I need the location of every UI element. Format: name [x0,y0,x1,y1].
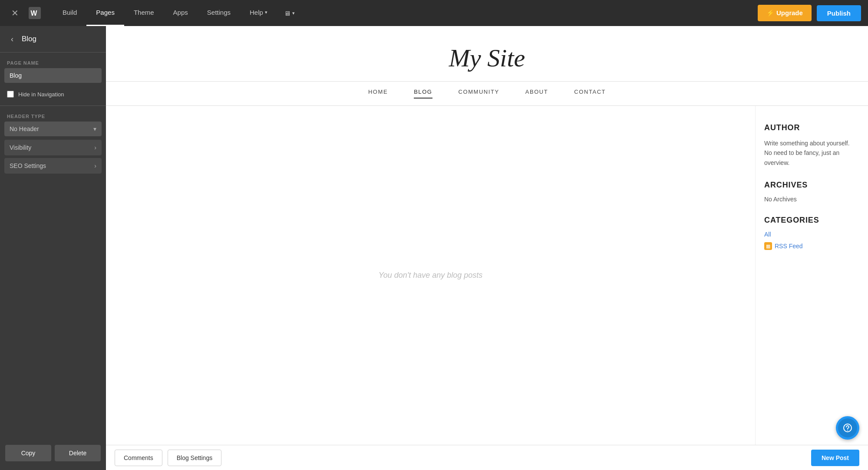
top-navigation: ✕ W Build Pages Theme Apps Settings Help… [0,0,868,26]
seo-settings-label: SEO Settings [10,162,46,169]
svg-point-3 [847,430,848,431]
close-icon[interactable]: ✕ [7,5,23,21]
seo-settings-row[interactable]: SEO Settings › [4,158,102,174]
sidebar-title: Blog [22,35,36,43]
back-button[interactable]: ‹ [7,34,17,44]
sidebar: ‹ Blog PAGE NAME Hide in Navigation HEAD… [0,26,106,470]
hide-in-nav-checkbox[interactable] [7,91,14,98]
dropdown-chevron-icon: ▾ [93,125,96,132]
weebly-logo: W [27,5,43,21]
sidebar-header: ‹ Blog [0,26,106,50]
blog-empty-message: You don't have any blog posts [379,271,483,280]
blog-main: You don't have any blog posts [106,106,755,445]
nav-settings[interactable]: Settings [198,0,240,26]
publish-button[interactable]: Publish [817,5,861,21]
blog-settings-button[interactable]: Blog Settings [168,450,222,466]
device-selector[interactable]: 🖥 ▾ [277,0,302,26]
author-text: Write something about yourself. No need … [764,138,851,168]
upgrade-button[interactable]: ⚡ Upgrade [758,5,812,21]
sidebar-actions: Copy Delete [0,436,106,470]
archives-empty: No Archives [764,196,851,203]
divider-1 [0,105,106,106]
nav-links: Build Pages Theme Apps Settings Help ▾ 🖥… [53,0,758,26]
desktop-icon: 🖥 [284,10,290,17]
archives-section-title: ARCHIVES [764,181,851,190]
divider-top [0,52,106,53]
svg-point-2 [844,424,851,432]
rss-feed-label: RSS Feed [775,243,803,250]
header-type-label: HEADER TYPE [0,108,106,122]
author-section-title: AUTHOR [764,123,851,132]
site-nav-community[interactable]: COMMUNITY [459,89,499,99]
visibility-label: Visibility [10,144,31,151]
nav-theme[interactable]: Theme [124,0,164,26]
site-header: My Site [106,26,868,82]
categories-section-title: CATEGORIES [764,216,851,225]
copy-button[interactable]: Copy [5,445,51,461]
nav-pages[interactable]: Pages [86,0,124,26]
svg-text:W: W [30,10,37,17]
website-preview: My Site HOME BLOG COMMUNITY ABOUT CONTAC… [106,26,868,445]
seo-settings-chevron-icon: › [94,162,96,169]
bottom-bar: Comments Blog Settings New Post [106,445,868,470]
top-nav-right: ⚡ Upgrade Publish [758,5,861,21]
site-nav-home[interactable]: HOME [368,89,388,99]
categories-all-link[interactable]: All [764,231,851,238]
site-title: My Site [115,43,859,72]
site-nav-about[interactable]: ABOUT [525,89,548,99]
delete-button[interactable]: Delete [55,445,101,461]
site-nav: HOME BLOG COMMUNITY ABOUT CONTACT [106,82,868,106]
comments-button[interactable]: Comments [115,450,162,466]
visibility-chevron-icon: › [94,144,96,151]
hide-in-nav-row: Hide in Navigation [0,89,106,104]
visibility-row[interactable]: Visibility › [4,140,102,155]
nav-build[interactable]: Build [53,0,86,26]
site-nav-blog[interactable]: BLOG [414,89,432,99]
rss-icon: ▩ [764,242,772,250]
header-type-dropdown[interactable]: No Header ▾ [4,122,102,136]
page-name-input[interactable] [4,68,102,83]
main-layout: ‹ Blog PAGE NAME Hide in Navigation HEAD… [0,26,868,470]
page-name-label: PAGE NAME [0,54,106,68]
content-area: My Site HOME BLOG COMMUNITY ABOUT CONTAC… [106,26,868,470]
rss-feed-link[interactable]: ▩ RSS Feed [764,242,851,250]
blog-sidebar: AUTHOR Write something about yourself. N… [755,106,868,445]
nav-apps[interactable]: Apps [164,0,198,26]
device-dropdown-icon: ▾ [292,10,295,16]
blog-content: You don't have any blog posts AUTHOR Wri… [106,106,868,445]
hide-in-nav-label: Hide in Navigation [18,91,64,98]
header-type-value: No Header [10,125,39,132]
site-nav-contact[interactable]: CONTACT [574,89,606,99]
chevron-down-icon: ▾ [265,10,267,15]
nav-help[interactable]: Help ▾ [240,0,277,26]
support-icon [838,418,857,437]
new-post-button[interactable]: New Post [811,450,859,466]
support-bubble[interactable] [836,416,859,440]
